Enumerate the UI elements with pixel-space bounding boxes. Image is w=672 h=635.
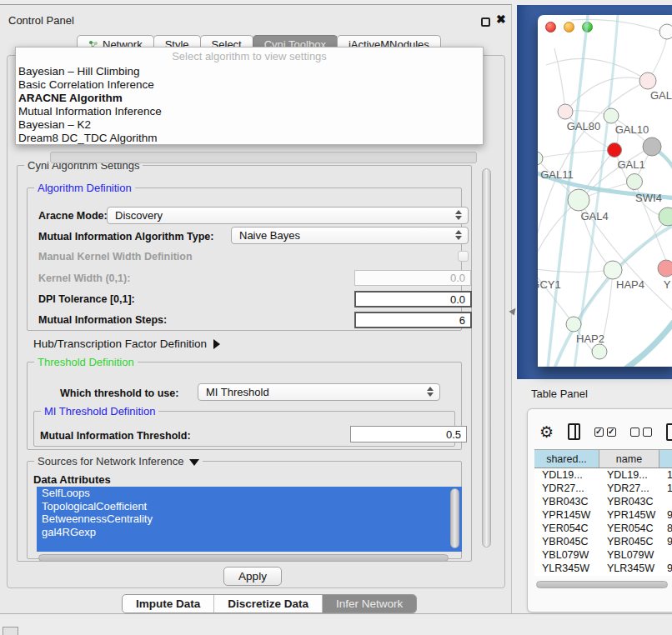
table-cell: 13 [659, 468, 672, 482]
algorithm-option[interactable]: Bayesian – K2 [16, 118, 483, 132]
network-canvas[interactable]: GALGAL80GAL10GAL11GAL1SWI4GAL4GCY1HAP4YH… [538, 15, 672, 367]
network-node-label: GAL10 [615, 123, 649, 136]
attribute-list-item[interactable]: gal4RGexp [37, 526, 462, 539]
attributes-vertical-scrollbar[interactable] [450, 488, 459, 548]
network-node-gal1[interactable] [608, 143, 622, 158]
table-cell: YIL052C [599, 575, 659, 576]
table-row[interactable]: YBL079WYBL079W [534, 548, 672, 562]
which-threshold-combobox[interactable]: MI Threshold [198, 383, 440, 401]
attribute-list-item[interactable] [37, 538, 462, 552]
network-node-gal[interactable] [639, 72, 656, 89]
table-row[interactable]: YDL19...YDL19...13 [534, 468, 672, 482]
attributes-horizontal-scrollbar[interactable] [38, 554, 449, 562]
mi-threshold-field[interactable]: 0.5 [350, 426, 467, 442]
network-node-y[interactable] [658, 260, 672, 277]
collapsed-panel-button[interactable] [3, 627, 18, 635]
network-node[interactable] [592, 344, 607, 359]
gear-icon[interactable]: ⚙ [539, 424, 554, 440]
table-cell: YDR27... [599, 482, 659, 495]
mi-algorithm-type-combobox[interactable]: Naive Bayes [231, 227, 469, 244]
table-cell: YPR145W [534, 508, 599, 522]
algorithm-option[interactable]: Bayesian – Hill Climbing [16, 65, 483, 78]
attribute-list-item[interactable]: TopologicalCoefficient [37, 500, 462, 513]
close-icon[interactable]: ✖ [496, 12, 506, 26]
table-row[interactable]: YBR045CYBR045C9. [534, 535, 672, 548]
hub-definition-expander[interactable]: Hub/Transcription Factor Definition [33, 338, 220, 350]
table-body: YDL19...YDL19...13YDR27...YDR27...12YBR0… [534, 468, 672, 576]
mi-threshold-label: Mutual Information Threshold: [40, 430, 191, 442]
mi-steps-label: Mutual Information Steps: [38, 314, 167, 326]
apply-button[interactable]: Apply [223, 567, 282, 586]
network-node-swi4[interactable] [627, 174, 643, 190]
column-header[interactable] [659, 450, 672, 468]
algorithm-option[interactable]: Basic Correlation Inference [16, 78, 483, 92]
deselect-all-icon[interactable] [630, 428, 652, 437]
dpi-tolerance-field[interactable]: 0.0 [354, 291, 472, 308]
network-node-label: SWI4 [635, 192, 662, 204]
table-panel-title: Table Panel [531, 388, 588, 400]
table-row[interactable]: YDR27...YDR27...12 [534, 482, 672, 495]
table-row[interactable]: YPR145WYPR145W9. [534, 508, 672, 522]
kernel-width-field[interactable]: 0.0 [354, 270, 471, 286]
checked-box-icon: ✓ [607, 428, 616, 437]
hub-definition-label: Hub/Transcription Factor Definition [33, 338, 207, 350]
threshold-definition-title: Threshold Definition [34, 356, 138, 368]
network-edge-highlighted [626, 317, 672, 367]
combo-stepper-icon [427, 387, 434, 397]
aracne-mode-combobox[interactable]: Discovery [107, 207, 469, 224]
aracne-mode-value: Discovery [115, 209, 163, 222]
new-table-icon[interactable] [666, 423, 672, 441]
column-header[interactable]: name [599, 450, 659, 468]
algorithm-option[interactable]: Dream8 DC_TDC Algorithm [16, 132, 483, 145]
table-cell: 9. [659, 562, 672, 575]
network-node-hap2[interactable] [566, 317, 581, 332]
network-node[interactable] [659, 24, 672, 39]
network-node-label: GAL4 [580, 210, 608, 222]
table-row[interactable]: YLR345WYLR345W9. [534, 562, 672, 575]
network-node-label: Y [664, 278, 671, 291]
expander-right-arrow-icon [213, 339, 220, 349]
node-table: shared...name YDL19...YDL19...13YDR27...… [534, 449, 672, 576]
split-columns-icon[interactable] [568, 423, 580, 440]
which-threshold-label: Which threshold to use: [60, 388, 178, 399]
combo-stepper-icon [455, 210, 462, 220]
algorithm-option[interactable]: ARACNE Algorithm [16, 92, 483, 105]
network-node-gal80[interactable] [558, 104, 573, 119]
network-node-hap4[interactable] [604, 261, 622, 279]
network-node-gal11[interactable] [538, 152, 543, 165]
network-view-window[interactable]: GALGAL80GAL10GAL11GAL1SWI4GAL4GCY1HAP4YH… [538, 15, 672, 367]
table-row[interactable]: YIL052CYIL052C9 [534, 575, 672, 576]
bottom-tab-impute-data[interactable]: Impute Data [123, 595, 214, 612]
table-horizontal-scrollbar[interactable] [536, 581, 668, 588]
table-cell: YBL079W [534, 548, 599, 562]
table-row[interactable]: YER054CYER054C8. [534, 522, 672, 535]
collapse-down-arrow-icon [189, 459, 199, 466]
attribute-list-item[interactable]: BetweennessCentrality [37, 512, 462, 526]
table-cell: 12 [659, 482, 672, 495]
data-attributes-list: SelfLoopsTopologicalCoefficientBetweenne… [37, 487, 462, 552]
data-attributes-label: Data Attributes [33, 473, 111, 486]
table-cell: YBR043C [534, 495, 599, 508]
table-row[interactable]: YBR043CYBR043C [534, 495, 672, 508]
manual-kernel-width-label: Manual Kernel Width Definition [38, 251, 193, 262]
mi-steps-field[interactable]: 6 [354, 312, 472, 328]
table-cell: YDL19... [599, 468, 659, 482]
attribute-list-item[interactable]: SelfLoops [37, 487, 462, 500]
settings-vertical-scrollbar[interactable] [482, 168, 491, 548]
bottom-tab-discretize-data[interactable]: Discretize Data [214, 595, 323, 612]
dpi-tolerance-label: DPI Tolerance [0,1]: [38, 293, 135, 305]
select-all-icon[interactable]: ✓✓ [594, 428, 616, 437]
float-window-icon[interactable] [481, 18, 490, 27]
column-header[interactable]: shared... [534, 450, 599, 468]
mi-algorithm-type-value: Naive Bayes [239, 229, 300, 242]
network-desktop-area: GALGAL80GAL10GAL11GAL1SWI4GAL4GCY1HAP4YH… [517, 5, 672, 379]
manual-kernel-width-checkbox[interactable] [458, 251, 469, 262]
network-node-label: HAP4 [616, 278, 644, 291]
network-node[interactable] [643, 138, 661, 156]
algorithm-option[interactable]: Mutual Information Inference [16, 105, 483, 118]
network-node-gal10[interactable] [604, 108, 619, 123]
network-node[interactable] [659, 208, 672, 226]
network-node-gal4[interactable] [568, 189, 589, 211]
bottom-tab-infer-network[interactable]: Infer Network [323, 595, 416, 612]
network-edge [538, 268, 613, 272]
